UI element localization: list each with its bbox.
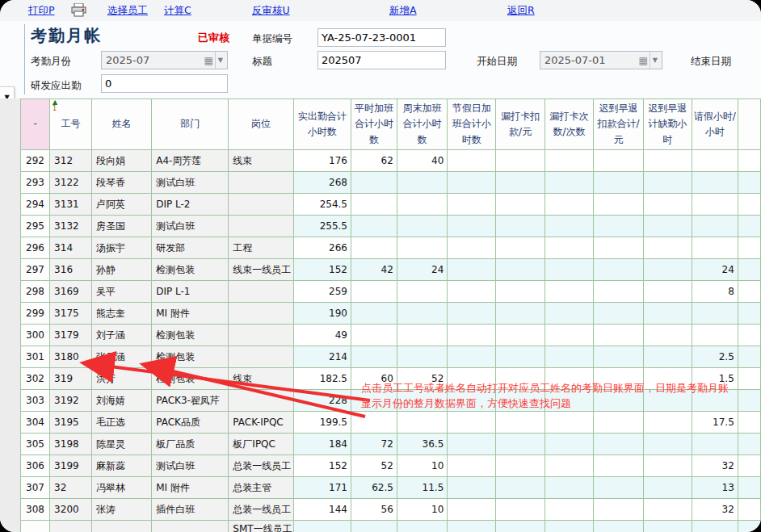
row-number[interactable]: 305: [21, 434, 50, 455]
value-cell: [496, 390, 544, 412]
employee-id-cell[interactable]: 3179: [50, 325, 92, 346]
unaudit-button[interactable]: 反审核U: [252, 4, 290, 18]
row-number[interactable]: 293: [21, 172, 50, 194]
row-number[interactable]: 297: [21, 259, 50, 281]
employee-id-cell[interactable]: 312: [50, 150, 92, 172]
column-header[interactable]: 周末加班合计小时数: [397, 99, 447, 150]
employee-name-cell[interactable]: 冯翠林: [91, 477, 151, 499]
employee-id-cell[interactable]: 3200: [50, 499, 92, 521]
employee-id-cell[interactable]: 3192: [50, 390, 92, 412]
row-number[interactable]: 300: [21, 325, 50, 346]
employee-name-cell[interactable]: 麻新蕊: [91, 455, 151, 477]
value-cell: [496, 455, 544, 477]
column-header[interactable]: 岗位: [229, 99, 293, 150]
employee-id-cell[interactable]: 3169: [50, 281, 92, 303]
column-header[interactable]: 漏打卡扣款/元: [496, 99, 544, 150]
value-cell: [594, 346, 643, 368]
row-number[interactable]: 304: [21, 412, 50, 434]
row-number[interactable]: 302: [21, 368, 50, 390]
employee-id-cell[interactable]: 319: [50, 368, 92, 390]
employee-id-cell[interactable]: 3131: [50, 194, 92, 216]
chevron-down-icon[interactable]: ▼: [215, 52, 227, 69]
column-header[interactable]: 姓名: [91, 99, 151, 150]
value-cell: [643, 237, 692, 259]
employee-name-cell[interactable]: 洪芳: [91, 368, 151, 390]
table-row: 3013180张孟涵检测包装2142.5: [21, 346, 761, 368]
employee-name-cell[interactable]: 孙静: [91, 259, 151, 281]
month-picker[interactable]: 2025-07 ▦ ▼: [101, 51, 228, 69]
sort-ascending-icon: ▲1: [53, 99, 57, 112]
value-cell: 184: [293, 434, 351, 455]
employee-name-cell[interactable]: 张孟涵: [91, 346, 151, 368]
value-cell: [351, 194, 397, 216]
value-cell: [594, 281, 643, 303]
employee-id-cell[interactable]: 3198: [50, 434, 92, 455]
add-new-button[interactable]: 新增A: [389, 4, 417, 18]
column-header[interactable]: 部门: [152, 99, 229, 150]
row-number[interactable]: 306: [21, 455, 50, 477]
employee-name-cell[interactable]: 汤振宇: [91, 237, 151, 259]
row-number[interactable]: 308: [21, 499, 50, 521]
doc-no-input[interactable]: [317, 28, 446, 47]
row-number[interactable]: 295: [21, 216, 50, 237]
column-header[interactable]: 平时加班合计小时数: [351, 99, 397, 150]
row-number[interactable]: 301: [21, 346, 50, 368]
employee-id-cell[interactable]: 3175: [50, 303, 92, 325]
column-header[interactable]: 漏打卡次数/次数: [544, 99, 593, 150]
column-header[interactable]: 迟到早退计缺勤小时: [643, 99, 692, 150]
employee-id-cell[interactable]: 3180: [50, 346, 92, 368]
select-employee-button[interactable]: 选择员工: [107, 4, 148, 18]
table-row: 2943131卢阿英DIP L-2254.5: [21, 194, 761, 216]
value-cell: [738, 434, 760, 455]
title-input[interactable]: [317, 51, 446, 69]
column-header[interactable]: 请假小时/小时: [692, 99, 738, 150]
employee-name-cell[interactable]: 段向娟: [91, 150, 151, 172]
employee-id-cell[interactable]: 3122: [50, 172, 92, 194]
chevron-down-icon[interactable]: ▼: [650, 52, 662, 69]
value-cell: [397, 303, 447, 325]
employee-name-cell[interactable]: 熊志奎: [91, 303, 151, 325]
employee-name-cell[interactable]: 陈星灵: [91, 434, 151, 455]
return-button[interactable]: 返回R: [507, 4, 535, 18]
department-cell: MI 附件: [152, 303, 229, 325]
rd-attendance-input[interactable]: [101, 74, 228, 93]
row-number[interactable]: 303: [21, 390, 50, 412]
column-header[interactable]: [738, 99, 760, 150]
value-cell: [544, 237, 593, 259]
position-cell: [229, 346, 293, 368]
value-cell: [643, 477, 692, 499]
row-number[interactable]: 294: [21, 194, 50, 216]
employee-name-cell[interactable]: 段琴香: [91, 172, 151, 194]
employee-id-cell[interactable]: 3195: [50, 412, 92, 434]
employee-name-cell[interactable]: 张涛: [91, 499, 151, 521]
value-cell: [643, 368, 692, 390]
start-date-picker[interactable]: 2025-07-01 ▦ ▼: [540, 51, 662, 69]
row-number[interactable]: 299: [21, 303, 50, 325]
value-cell: [594, 390, 643, 412]
row-number[interactable]: 296: [21, 237, 50, 259]
employee-name-cell[interactable]: 毛正选: [91, 412, 151, 434]
column-header[interactable]: 实出勤合计小时数: [293, 99, 351, 150]
printer-icon[interactable]: [71, 3, 87, 17]
employee-name-cell[interactable]: 刘子涵: [91, 325, 151, 346]
employee-id-cell[interactable]: 3199: [50, 455, 92, 477]
row-number[interactable]: 298: [21, 281, 50, 303]
calculate-button[interactable]: 计算C: [164, 4, 191, 18]
employee-name-cell[interactable]: 卢阿英: [91, 194, 151, 216]
column-header[interactable]: 迟到早退扣款合计/元: [594, 99, 643, 150]
employee-name-cell[interactable]: 刘海婧: [91, 390, 151, 412]
employee-name-cell[interactable]: 房圣国: [91, 216, 151, 237]
row-number[interactable]: 292: [21, 150, 50, 172]
value-cell: [351, 237, 397, 259]
employee-id-cell[interactable]: 32: [50, 477, 92, 499]
employee-id-cell[interactable]: 316: [50, 259, 92, 281]
value-cell: [594, 499, 643, 521]
employee-id-cell[interactable]: 314: [50, 237, 92, 259]
employee-name-cell[interactable]: 吴平: [91, 281, 151, 303]
print-button[interactable]: 打印P: [28, 4, 55, 18]
column-header[interactable]: -: [21, 99, 50, 150]
column-header[interactable]: ▲1工号: [50, 99, 92, 150]
employee-id-cell[interactable]: 3132: [50, 216, 92, 237]
column-header[interactable]: 节假日加班合计小时数: [448, 99, 496, 150]
row-number[interactable]: 307: [21, 477, 50, 499]
